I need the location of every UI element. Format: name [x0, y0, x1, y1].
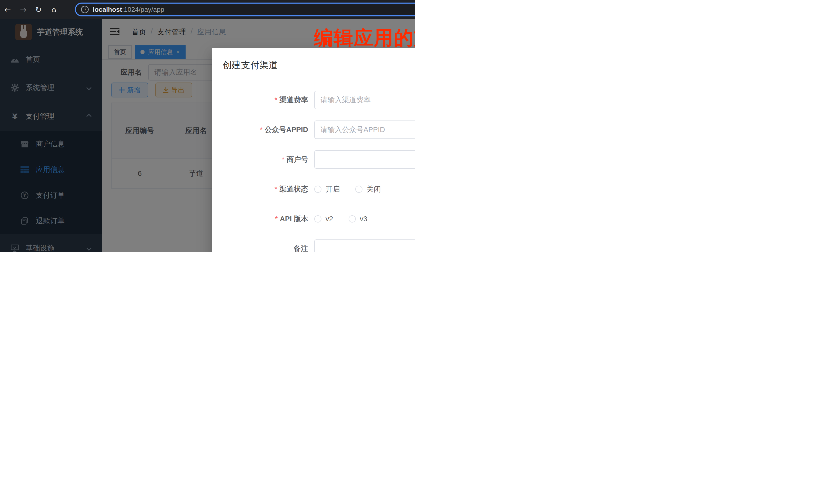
browser-back-icon[interactable]: ← — [0, 5, 15, 14]
merchant-input[interactable] — [314, 150, 415, 169]
radio-label: v2 — [325, 215, 333, 223]
remark-label: 备注 — [212, 240, 314, 252]
radio-circle-icon — [349, 215, 356, 222]
required-asterisk: * — [275, 215, 278, 223]
radio-label: v3 — [360, 215, 368, 223]
radio-circle-icon — [314, 215, 321, 222]
url-path: :1024/pay/app — [122, 6, 164, 13]
dialog-form: *渠道费率 % *公众号APPID *商户号 — [212, 91, 415, 252]
merchant-label: *商户号 — [212, 150, 314, 169]
radio-api-v3[interactable]: v3 — [349, 215, 368, 223]
site-info-icon[interactable]: i — [81, 6, 89, 13]
appid-input[interactable] — [314, 121, 415, 139]
radio-circle-icon — [355, 186, 362, 193]
address-bar[interactable]: i localhost:1024/pay/app — [75, 3, 415, 17]
appid-label: *公众号APPID — [212, 121, 314, 139]
screen: ← → ↻ ⌂ i localhost:1024/pay/app 10 ⌘ y … — [0, 0, 415, 252]
required-asterisk: * — [275, 96, 277, 104]
form-row-api: *API 版本 v2 v3 — [212, 210, 415, 228]
status-label: *渠道状态 — [212, 180, 314, 198]
required-asterisk: * — [282, 155, 285, 163]
radio-status-off[interactable]: 关闭 — [355, 184, 381, 194]
rate-input[interactable] — [314, 91, 415, 109]
form-row-appid: *公众号APPID — [212, 121, 415, 139]
browser-chrome: ← → ↻ ⌂ i localhost:1024/pay/app 10 ⌘ y … — [0, 0, 415, 19]
dialog-title: 创建支付渠道 — [223, 59, 278, 71]
form-row-status: *渠道状态 开启 关闭 — [212, 180, 415, 198]
app-viewport: 芋道管理系统 首页 系统管理 ¥ 支付管理 — [0, 19, 415, 252]
radio-circle-icon — [314, 186, 321, 193]
rate-label: *渠道费率 — [212, 91, 314, 109]
url-host: localhost — [93, 6, 122, 13]
create-pay-channel-dialog: 创建支付渠道 × *渠道费率 % *公众号APPID — [212, 48, 415, 252]
browser-home-icon[interactable]: ⌂ — [46, 5, 62, 14]
radio-api-v2[interactable]: v2 — [314, 215, 333, 223]
api-label: *API 版本 — [212, 210, 314, 228]
form-row-merchant: *商户号 — [212, 150, 415, 169]
radio-status-on[interactable]: 开启 — [314, 184, 340, 194]
browser-forward-icon[interactable]: → — [15, 5, 31, 14]
required-asterisk: * — [275, 185, 277, 193]
url-text[interactable]: localhost:1024/pay/app — [93, 6, 164, 13]
browser-reload-icon[interactable]: ↻ — [31, 5, 46, 14]
remark-input[interactable] — [314, 240, 415, 252]
form-row-rate: *渠道费率 % — [212, 91, 415, 109]
required-asterisk: * — [260, 126, 263, 133]
form-row-remark: 备注 — [212, 240, 415, 252]
radio-label: 开启 — [325, 184, 340, 194]
radio-label: 关闭 — [366, 184, 381, 194]
